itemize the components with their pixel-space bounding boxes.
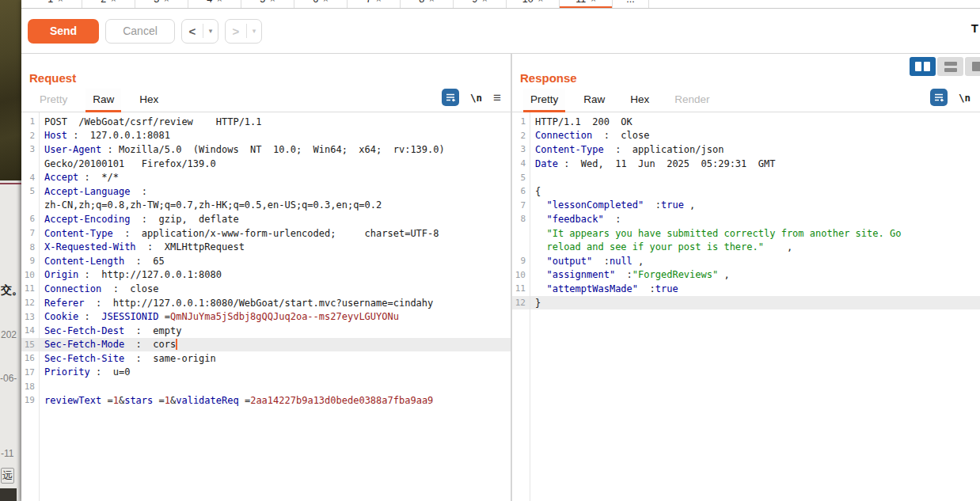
editor-line[interactable]: 3Content-Type : application/json — [512, 142, 980, 157]
close-tab-icon[interactable]: × — [270, 0, 275, 4]
editor-line[interactable]: 4Date : Wed, 11 Jun 2025 05:29:31 GMT — [512, 157, 980, 171]
line-number: 4 — [512, 158, 530, 169]
repeater-tab-overflow[interactable]: ... — [613, 0, 649, 9]
editor-line[interactable]: 5 — [512, 170, 980, 184]
editor-line[interactable]: 11Connection : close — [21, 282, 511, 296]
editor-line[interactable]: 17Priority : u=0 — [21, 366, 511, 380]
repeater-tab-2[interactable]: 2× — [82, 0, 135, 9]
line-number: 12 — [512, 298, 530, 308]
editor-line[interactable]: reload and see if your post is there." , — [512, 240, 980, 254]
editor-line[interactable]: 7 "lessonCompleted" :true , — [512, 199, 980, 213]
editor-line[interactable]: 11 "attemptWasMade" :true — [512, 282, 980, 296]
columns-layout-icon[interactable] — [910, 57, 936, 76]
close-tab-icon[interactable]: × — [376, 0, 382, 4]
close-tab-icon[interactable]: × — [111, 0, 116, 4]
repeater-tab-3[interactable]: 3× — [135, 0, 188, 9]
editor-line[interactable]: 1HTTP/1.1 200 OK — [512, 115, 980, 129]
repeater-tab-4[interactable]: 4× — [188, 0, 241, 9]
editor-line[interactable]: 4Accept : */* — [21, 170, 511, 184]
editor-line[interactable]: 2Connection : close — [512, 129, 980, 143]
editor-line[interactable]: 13Cookie : JSESSIONID =QmNJuYma5jSdbj8gQ… — [21, 309, 511, 324]
tab-response-raw[interactable]: Raw — [576, 89, 612, 112]
back-button[interactable]: < ▾ — [181, 19, 218, 44]
editor-line[interactable]: 12Referer : http://127.0.0.1:8080/WebGoa… — [21, 296, 511, 310]
tabs-layout-icon[interactable] — [965, 57, 980, 76]
editor-menu-icon[interactable]: ≡ — [493, 91, 501, 104]
request-view-tabs: Pretty Raw Hex \n ≡ — [21, 89, 511, 112]
send-button[interactable]: Send — [28, 19, 99, 44]
editor-line[interactable]: 5Accept-Language : — [21, 184, 511, 199]
background-text-fragment: 202 — [1, 329, 17, 340]
editor-line[interactable]: 16Sec-Fetch-Site : same-origin — [21, 351, 511, 366]
line-number: 8 — [21, 242, 39, 252]
show-newlines-icon[interactable]: \n — [470, 92, 482, 104]
repeater-tab-8[interactable]: 8× — [401, 0, 454, 9]
editor-line[interactable]: 3User-Agent : Mozilla/5.0 (Windows NT 10… — [21, 142, 511, 157]
tab-request-hex[interactable]: Hex — [132, 89, 165, 112]
repeater-tab-6[interactable]: 6× — [294, 0, 348, 9]
close-tab-icon[interactable]: × — [538, 0, 544, 4]
line-number: 5 — [512, 173, 530, 183]
layout-toggles — [910, 57, 980, 76]
close-tab-icon[interactable]: × — [164, 0, 169, 4]
response-editor[interactable]: 1HTTP/1.1 200 OK2Connection : close3Cont… — [512, 112, 980, 501]
close-tab-icon[interactable]: × — [429, 0, 435, 4]
editor-line[interactable]: 10Origin : http://127.0.0.1:8080 — [21, 268, 511, 283]
tab-request-raw[interactable]: Raw — [85, 89, 121, 112]
line-number: 1 — [512, 116, 530, 127]
editor-line[interactable]: 1POST /WebGoat/csrf/review HTTP/1.1 — [21, 115, 511, 129]
line-number: 16 — [21, 353, 39, 363]
soft-wrap-icon[interactable] — [930, 89, 948, 106]
forward-history-caret-icon[interactable]: ▾ — [247, 27, 261, 35]
tab-response-render[interactable]: Render — [667, 89, 716, 112]
repeater-tab-5[interactable]: 5× — [241, 0, 294, 9]
line-number: 6 — [512, 186, 530, 196]
close-tab-icon[interactable]: × — [323, 0, 329, 4]
back-icon[interactable]: < — [182, 25, 203, 38]
request-editor[interactable]: 1POST /WebGoat/csrf/review HTTP/1.12Host… — [21, 112, 511, 501]
soft-wrap-icon[interactable] — [442, 89, 459, 106]
editor-line[interactable]: 7Content-Type : application/x-www-form-u… — [21, 226, 511, 241]
cancel-button[interactable]: Cancel — [105, 19, 175, 44]
editor-line[interactable]: 8 "feedback" : — [512, 212, 980, 226]
line-number: 10 — [512, 270, 530, 280]
tab-request-pretty[interactable]: Pretty — [32, 89, 74, 112]
close-tab-icon[interactable]: × — [58, 0, 63, 4]
line-number: 8 — [512, 214, 530, 224]
editor-line[interactable]: 6{ — [512, 184, 980, 199]
text-cursor — [176, 339, 177, 350]
close-tab-icon[interactable]: × — [591, 0, 596, 4]
editor-line[interactable]: 2Host : 127.0.0.1:8081 — [21, 129, 511, 143]
editor-line[interactable]: zh-CN,zh;q=0.8,zh-TW;q=0.7,zh-HK;q=0.5,e… — [21, 199, 511, 213]
editor-line[interactable]: 9Content-Length : 65 — [21, 254, 511, 268]
background-divider — [0, 183, 21, 184]
editor-line[interactable]: 9 "output" :null , — [512, 254, 980, 268]
tab-response-pretty[interactable]: Pretty — [523, 89, 565, 112]
tab-response-hex[interactable]: Hex — [623, 89, 656, 112]
editor-line[interactable]: 15Sec-Fetch-Mode : cors — [21, 338, 511, 352]
close-tab-icon[interactable]: × — [217, 0, 222, 4]
editor-line[interactable]: "It appears you have submitted correctly… — [512, 226, 980, 241]
back-history-caret-icon[interactable]: ▾ — [203, 27, 218, 35]
editor-line[interactable]: 12} — [512, 296, 980, 310]
repeater-tab-11[interactable]: 11× — [560, 0, 613, 9]
repeater-tab-7[interactable]: 7× — [348, 0, 401, 9]
line-number: 6 — [21, 214, 39, 224]
editor-line[interactable]: 6Accept-Encoding : gzip, deflate — [21, 212, 511, 226]
show-newlines-icon[interactable]: \n — [959, 92, 971, 104]
editor-line[interactable]: 18 — [21, 379, 511, 393]
line-number: 10 — [21, 270, 39, 280]
repeater-tab-1[interactable]: 1× — [29, 0, 82, 9]
repeater-tab-10[interactable]: 10× — [507, 0, 560, 9]
rows-layout-icon[interactable] — [937, 57, 963, 76]
editor-line[interactable]: 8X-Requested-With : XMLHttpRequest — [21, 240, 511, 254]
close-tab-icon[interactable]: × — [482, 0, 488, 4]
repeater-tab-9[interactable]: 9× — [454, 0, 507, 9]
editor-line[interactable]: 19reviewText =1&stars =1&validateReq =2a… — [21, 393, 511, 408]
forward-icon[interactable]: > — [226, 25, 246, 38]
editor-line[interactable]: Gecko/20100101 Firefox/139.0 — [21, 157, 511, 171]
desktop-wallpaper — [0, 0, 21, 180]
editor-line[interactable]: 14Sec-Fetch-Dest : empty — [21, 324, 511, 338]
editor-line[interactable]: 10 "assignment" :"ForgedReviews" , — [512, 268, 980, 283]
forward-button[interactable]: > ▾ — [225, 19, 262, 44]
